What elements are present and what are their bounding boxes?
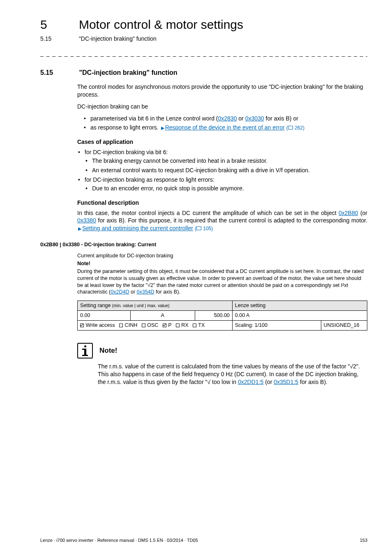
link-current-controller[interactable]: Setting and optimising the current contr… [82,225,193,231]
link-0x2DD1-5[interactable]: 0x2DD1:5 [238,379,263,385]
checkbox-cinh [119,324,123,327]
cell-min: 0.00 [78,311,131,321]
cases-heading: Cases of application [77,138,367,146]
case-light-errors-a: Due to an encoder error, no quick stop i… [85,185,367,192]
case-bit6-a: The braking energy cannot be converted i… [85,157,367,165]
parameter-heading: 0x2B80 | 0x3380 - DC-injection braking: … [40,241,367,248]
table-row-attrs: Write access CINH OSC P RX TX Scaling: 1… [78,321,367,331]
checkbox-rx [176,324,180,327]
triangle-icon: ▶ [78,226,81,232]
link-response-error[interactable]: Response of the device in the event of a… [165,124,285,131]
link-0x3030[interactable]: 0x3030 [245,115,264,122]
running-head: 5 Motor control & motor settings [40,16,367,33]
sub-number: 5.15 [40,35,77,43]
footer-page-number: 153 [360,537,367,543]
page-ref-262: ( 262) [286,125,304,131]
section-title: "DC-injection braking" function [79,69,177,76]
parameter-note-text: During the parameter setting of this obj… [77,268,367,296]
parameter-description: Current amplitude for DC-injection braki… [77,252,367,296]
section-number: 5.15 [40,68,77,77]
checkbox-osc [142,324,145,327]
page-footer: Lenze · i700 servo inverter · Reference … [40,537,367,543]
checkbox-write [80,324,84,327]
case-light-errors: for DC-injection braking as response to … [77,176,367,192]
divider-dashes: _ _ _ _ _ _ _ _ _ _ _ _ _ _ _ _ _ _ _ _ … [40,50,367,58]
case-bit6-b: An external control wants to request DC-… [85,166,367,174]
intro-paragraph: The control modes for asynchronous motor… [77,83,367,99]
link-0x354D[interactable]: 0x354D [137,289,154,295]
footer-left: Lenze · i700 servo inverter · Reference … [40,537,198,543]
note-box: Note! The r.m.s. value of the current is… [77,343,367,386]
section-heading: 5.15 "DC-injection braking" function [40,68,367,77]
checkbox-tx [193,324,196,327]
link-0x2830[interactable]: 0x2830 [218,115,237,122]
chapter-number: 5 [40,16,77,33]
checkbox-p [163,324,166,327]
table-row: 0.00 A 500.00 0.00 A [78,311,367,321]
note-title: Note! [99,346,117,356]
cell-scaling: Scaling: 1/100 [232,321,321,331]
sub-title: "DC-injection braking" function [79,35,157,42]
note-body: The r.m.s. value of the current is calcu… [98,363,367,386]
cell-max: 500.00 [195,311,232,321]
book-icon [196,227,201,230]
bullet-parameterised: parameterised via bit 6 in the Lenze con… [83,115,367,123]
triangle-icon: ▶ [161,125,164,131]
cell-access-flags: Write access CINH OSC P RX TX [78,321,233,331]
link-0x2D4D[interactable]: 0x2D4D [111,289,129,295]
link-0x3380[interactable]: 0x3380 [77,217,96,224]
running-subhead: 5.15 "DC-injection braking" function [40,35,367,43]
th-lenze-setting: Lenze setting [232,301,367,311]
cell-default: 0.00 A [232,311,367,321]
book-icon [288,126,293,130]
line-dc-can-be: DC-injection braking can be [77,103,367,111]
page-ref-105: ( 105) [195,226,213,231]
chapter-title: Motor control & motor settings [79,16,243,33]
link-0x35D1-5[interactable]: 0x35D1:5 [274,379,298,385]
bullet-response-errors: as response to light errors. ▶Response o… [83,124,367,132]
functional-heading: Functional description [77,199,367,207]
parameter-table: Setting range (min. value | unit | max. … [77,301,367,331]
info-icon [77,343,93,358]
functional-paragraph: In this case, the motor control injects … [77,209,367,233]
cell-unit: A [130,311,195,321]
th-setting-range: Setting range (min. value | unit | max. … [78,301,233,311]
link-0x2B80[interactable]: 0x2B80 [339,210,358,216]
case-bit6: for DC-injection braking via bit 6: The … [77,148,367,174]
cell-datatype: UNSIGNED_16 [321,321,367,331]
